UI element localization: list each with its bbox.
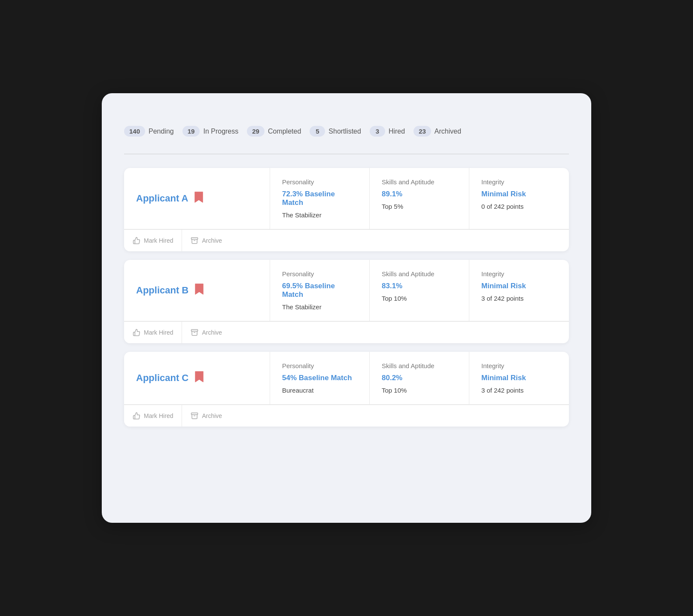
skills-rank-b: Top 10%	[382, 295, 457, 302]
archive-label-b: Archive	[202, 329, 222, 336]
applicant-name-b[interactable]: Applicant B	[136, 285, 188, 296]
archive-button-c[interactable]: Archive	[182, 405, 231, 427]
personality-match-a: 72.3% Baseline Match	[282, 190, 357, 207]
status-item-completed[interactable]: 29 Completed	[247, 126, 301, 137]
applicant-card-c: Applicant C Personality 54% Baseline Mat…	[124, 352, 569, 427]
card-name-cell-c: Applicant C	[124, 352, 270, 404]
status-label-pending: Pending	[149, 128, 174, 135]
personality-label-c: Personality	[282, 362, 357, 369]
status-badge-shortlisted: 5	[310, 126, 325, 137]
mark-hired-label-a: Mark Hired	[144, 237, 173, 244]
card-name-cell-b: Applicant B	[124, 260, 270, 321]
integrity-risk-a: Minimal Risk	[481, 190, 557, 198]
status-label-shortlisted: Shortlisted	[328, 128, 361, 135]
archive-icon	[191, 329, 198, 336]
integrity-cell-c: Integrity Minimal Risk 3 of 242 points	[469, 352, 569, 404]
archive-label-c: Archive	[202, 412, 222, 419]
mark-hired-button-c[interactable]: Mark Hired	[124, 405, 182, 427]
status-badge-in-progress: 19	[182, 126, 200, 137]
personality-label-b: Personality	[282, 270, 357, 278]
status-badge-pending: 140	[124, 126, 145, 137]
integrity-label-a: Integrity	[481, 178, 557, 186]
applicant-name-c[interactable]: Applicant C	[136, 372, 188, 384]
applicant-list: Applicant A Personality 72.3% Baseline M…	[124, 168, 569, 427]
card-top-c: Applicant C Personality 54% Baseline Mat…	[124, 352, 569, 405]
status-label-completed: Completed	[268, 128, 301, 135]
integrity-label-b: Integrity	[481, 270, 557, 278]
actions-group-c: Mark Hired Archive	[124, 405, 569, 427]
skills-label-a: Skills and Aptitude	[382, 178, 457, 186]
svg-rect-1	[191, 329, 198, 331]
status-badge-archived: 23	[413, 126, 431, 137]
actions-group-a: Mark Hired Archive	[124, 229, 569, 251]
personality-type-b: The Stabilizer	[282, 303, 357, 311]
archive-icon	[191, 237, 198, 244]
divider	[124, 154, 569, 154]
personality-match-b: 69.5% Baseline Match	[282, 282, 357, 299]
personality-cell-c: Personality 54% Baseline Match Bureaucra…	[270, 352, 370, 404]
status-item-hired[interactable]: 3 Hired	[370, 126, 405, 137]
status-item-shortlisted[interactable]: 5 Shortlisted	[310, 126, 361, 137]
status-label-hired: Hired	[389, 128, 405, 135]
skills-rank-a: Top 5%	[382, 203, 457, 210]
skills-cell-c: Skills and Aptitude 80.2% Top 10%	[370, 352, 469, 404]
archive-button-a[interactable]: Archive	[182, 230, 231, 251]
actions-group-b: Mark Hired Archive	[124, 321, 569, 343]
status-badge-completed: 29	[247, 126, 264, 137]
bookmark-icon-a[interactable]	[194, 191, 204, 206]
thumbs-up-icon	[133, 237, 140, 244]
thumbs-up-icon	[133, 329, 140, 336]
skills-match-b: 83.1%	[382, 282, 457, 290]
mark-hired-button-b[interactable]: Mark Hired	[124, 322, 182, 343]
mark-hired-label-c: Mark Hired	[144, 412, 173, 419]
skills-rank-c: Top 10%	[382, 387, 457, 394]
personality-type-c: Bureaucrat	[282, 387, 357, 394]
integrity-risk-b: Minimal Risk	[481, 282, 557, 290]
integrity-points-b: 3 of 242 points	[481, 295, 557, 302]
integrity-cell-b: Integrity Minimal Risk 3 of 242 points	[469, 260, 569, 321]
main-container: 140 Pending 19 In Progress 29 Completed …	[102, 93, 591, 523]
integrity-risk-c: Minimal Risk	[481, 374, 557, 382]
personality-type-a: The Stabilizer	[282, 211, 357, 219]
skills-cell-a: Skills and Aptitude 89.1% Top 5%	[370, 168, 469, 229]
personality-cell-b: Personality 69.5% Baseline Match The Sta…	[270, 260, 370, 321]
personality-cell-a: Personality 72.3% Baseline Match The Sta…	[270, 168, 370, 229]
card-name-cell-a: Applicant A	[124, 168, 270, 229]
bookmark-icon-c[interactable]	[195, 371, 204, 385]
status-item-archived[interactable]: 23 Archived	[413, 126, 461, 137]
applicant-name-a[interactable]: Applicant A	[136, 193, 188, 204]
status-label-archived: Archived	[435, 128, 461, 135]
applicant-card-a: Applicant A Personality 72.3% Baseline M…	[124, 168, 569, 251]
mark-hired-button-a[interactable]: Mark Hired	[124, 230, 182, 251]
status-item-in-progress[interactable]: 19 In Progress	[182, 126, 239, 137]
personality-match-c: 54% Baseline Match	[282, 374, 357, 382]
svg-rect-2	[191, 413, 198, 415]
archive-label-a: Archive	[202, 237, 222, 244]
status-item-pending[interactable]: 140 Pending	[124, 126, 174, 137]
svg-rect-0	[191, 238, 198, 239]
skills-label-b: Skills and Aptitude	[382, 270, 457, 278]
card-top-b: Applicant B Personality 69.5% Baseline M…	[124, 260, 569, 321]
mark-hired-label-b: Mark Hired	[144, 329, 173, 336]
status-label-in-progress: In Progress	[203, 128, 238, 135]
integrity-points-a: 0 of 242 points	[481, 203, 557, 210]
integrity-label-c: Integrity	[481, 362, 557, 369]
skills-match-c: 80.2%	[382, 374, 457, 382]
skills-cell-b: Skills and Aptitude 83.1% Top 10%	[370, 260, 469, 321]
status-bar: 140 Pending 19 In Progress 29 Completed …	[124, 126, 569, 145]
skills-label-c: Skills and Aptitude	[382, 362, 457, 369]
archive-button-b[interactable]: Archive	[182, 322, 231, 343]
integrity-points-c: 3 of 242 points	[481, 387, 557, 394]
skills-match-a: 89.1%	[382, 190, 457, 198]
personality-label-a: Personality	[282, 178, 357, 186]
integrity-cell-a: Integrity Minimal Risk 0 of 242 points	[469, 168, 569, 229]
status-badge-hired: 3	[370, 126, 385, 137]
bookmark-icon-b[interactable]	[195, 283, 204, 298]
applicant-card-b: Applicant B Personality 69.5% Baseline M…	[124, 260, 569, 343]
thumbs-up-icon	[133, 412, 140, 420]
card-top-a: Applicant A Personality 72.3% Baseline M…	[124, 168, 569, 229]
archive-icon	[191, 412, 198, 420]
